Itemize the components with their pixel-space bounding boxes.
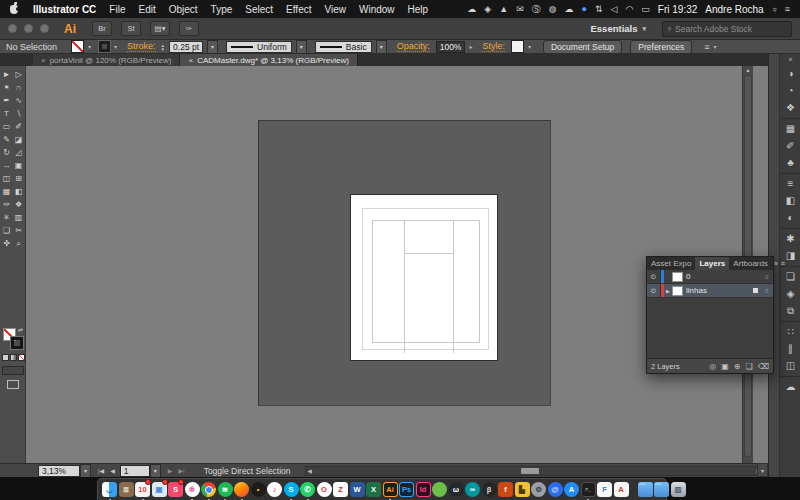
visibility-eye-icon[interactable]: ⊙ xyxy=(647,284,661,297)
dock-photoshop[interactable]: Ps xyxy=(399,479,414,500)
wifi-icon[interactable]: ◠ xyxy=(625,0,633,18)
notification-center-icon[interactable]: ≡ xyxy=(785,0,790,18)
color-panel-icon[interactable]: ◑ xyxy=(787,69,793,79)
transparency-panel-icon[interactable]: ◐ xyxy=(787,213,793,223)
style-dropdown-icon[interactable]: ▾ xyxy=(528,43,531,50)
swap-fill-stroke-icon[interactable]: ⇄ xyxy=(18,326,23,333)
stroke-panel-link[interactable]: Stroke: xyxy=(127,41,156,52)
delete-layer-icon[interactable]: ⌫ xyxy=(758,362,769,371)
rotate-tool[interactable]: ↻ xyxy=(1,146,13,159)
mesh-tool[interactable]: ▦ xyxy=(1,185,13,198)
panel-menu-icon[interactable]: ≡ xyxy=(780,257,788,270)
dock-illustrator[interactable]: Ai xyxy=(383,479,398,500)
shape-builder-tool[interactable]: ◫ xyxy=(1,172,13,185)
layers-panel-icon[interactable]: ◈ xyxy=(787,289,795,299)
panel-collapse-icon[interactable]: » xyxy=(772,257,780,270)
dock-zotero[interactable]: Z xyxy=(333,479,348,500)
line-segment-tool[interactable]: ∖ xyxy=(13,107,25,120)
scroll-up-icon[interactable]: ▴ xyxy=(743,66,753,74)
dock-photos-album[interactable]: ▣ xyxy=(152,479,167,500)
curvature-tool[interactable]: ∿ xyxy=(13,94,25,107)
menu-view[interactable]: View xyxy=(324,4,346,15)
dock-autocad[interactable]: A xyxy=(614,479,629,500)
first-artboard-button[interactable]: |◀ xyxy=(98,467,104,474)
new-sublayer-icon[interactable]: ⊕ xyxy=(734,362,741,371)
cloud2-icon[interactable]: ☁ xyxy=(565,0,574,18)
stroke-indicator[interactable] xyxy=(11,337,23,349)
preferences-button[interactable]: Preferences xyxy=(630,40,692,54)
stroke-dropdown-icon[interactable]: ▾ xyxy=(114,43,117,50)
cad-drawing-page[interactable] xyxy=(350,194,498,361)
dock-whatsapp[interactable]: ✆ xyxy=(300,479,315,500)
dock-calendar[interactable]: 10 xyxy=(135,479,150,500)
symbols-panel-icon[interactable]: ♣ xyxy=(787,158,794,168)
volume-icon[interactable]: ◁ xyxy=(611,0,618,18)
gradient-panel-icon[interactable]: ◧ xyxy=(786,196,795,206)
symbol-sprayer-tool[interactable]: ✳ xyxy=(1,211,13,224)
opacity-panel-link[interactable]: Opacity: xyxy=(397,41,430,52)
dock-folder-downloads[interactable] xyxy=(654,479,669,500)
document-tab-1[interactable]: ×portaVinil @ 120% (RGB/Preview) xyxy=(33,54,180,66)
adobe-stock-icon[interactable]: St xyxy=(121,21,141,36)
apple-menu-icon[interactable] xyxy=(10,5,18,14)
document-setup-button[interactable]: Document Setup xyxy=(543,40,622,54)
menu-type[interactable]: Type xyxy=(211,4,233,15)
menu-select[interactable]: Select xyxy=(245,4,273,15)
dock-firefox[interactable] xyxy=(234,479,249,500)
last-artboard-button[interactable]: ▶| xyxy=(178,467,184,474)
dock-chrome[interactable] xyxy=(201,479,216,500)
fill-color-swatch[interactable] xyxy=(71,40,84,53)
maximize-window-button[interactable] xyxy=(40,24,49,33)
clipping-mask-icon[interactable]: ▣ xyxy=(721,362,729,371)
target-circle-icon[interactable]: ○ xyxy=(760,273,773,280)
workspace-switcher[interactable]: Essentials ▾ xyxy=(590,23,650,34)
stroke-color-swatch[interactable] xyxy=(99,41,110,52)
selection-tool[interactable]: ► xyxy=(1,68,13,81)
brush-dropdown[interactable]: ▾ xyxy=(376,40,387,54)
dock-appstore[interactable]: A xyxy=(564,479,579,500)
dock-arduino[interactable]: ∞ xyxy=(465,479,480,500)
skype-status-icon[interactable]: Ⓢ xyxy=(532,0,541,18)
fill-dropdown-icon[interactable]: ▾ xyxy=(88,43,91,50)
type-tool[interactable]: T xyxy=(1,107,13,120)
dock-green-app[interactable] xyxy=(432,479,447,500)
eraser-tool[interactable]: ◪ xyxy=(13,133,25,146)
updown-arrows-icon[interactable]: ⇅ xyxy=(595,0,603,18)
bridge-icon[interactable]: Br xyxy=(92,21,112,36)
dock-blue-app[interactable]: @ xyxy=(548,479,563,500)
dock-spotify[interactable]: ≋ xyxy=(218,479,233,500)
dock-folder-applications[interactable] xyxy=(638,479,653,500)
stroke-weight-stepper[interactable]: ▴ ▾ xyxy=(162,43,165,51)
dock-word[interactable]: W xyxy=(350,479,365,500)
drive-triangle-icon[interactable]: ▲ xyxy=(499,0,508,18)
width-tool[interactable]: ↔ xyxy=(1,159,13,172)
opacity-field[interactable]: 100% xyxy=(436,41,466,53)
pathfinder-panel-icon[interactable]: ◫ xyxy=(786,361,795,371)
artboard-dropdown[interactable]: ▾ xyxy=(150,464,161,478)
free-transform-tool[interactable]: ▣ xyxy=(13,159,25,172)
dock-opera[interactable]: O xyxy=(317,479,332,500)
paintbrush-tool[interactable]: ✐ xyxy=(13,120,25,133)
eyedropper-tool[interactable]: ✑ xyxy=(1,198,13,211)
magic-wand-tool[interactable]: ✶ xyxy=(1,81,13,94)
direct-selection-tool[interactable]: ▷ xyxy=(13,68,25,81)
transform-panel-icon[interactable]: ∷ xyxy=(787,327,793,337)
align-panel-icon[interactable]: ∥ xyxy=(788,344,793,354)
menu-object[interactable]: Object xyxy=(169,4,198,15)
dock-processing[interactable]: β xyxy=(482,479,497,500)
cloud-sync-icon[interactable]: ☁ xyxy=(467,0,476,18)
spotlight-search-icon[interactable]: ⌕ xyxy=(766,1,782,17)
artboard-tool[interactable]: ❏ xyxy=(1,224,13,237)
brushes-panel-icon[interactable]: ✐ xyxy=(786,141,794,151)
document-tab-2[interactable]: ×CADMaster.dwg* @ 3,13% (RGB/Preview) xyxy=(180,54,357,66)
dock-photos[interactable]: ✻ xyxy=(185,479,200,500)
appearance-panel-icon[interactable]: ✱ xyxy=(786,234,794,244)
horizontal-scrollbar[interactable]: ◀ ▶ xyxy=(305,466,764,476)
asset-export-panel-icon[interactable]: ⧉ xyxy=(787,306,794,316)
shield-app-icon[interactable]: ◈ xyxy=(484,0,491,18)
horizontal-scroll-thumb[interactable] xyxy=(521,468,539,474)
screen-mode-button[interactable] xyxy=(7,380,19,389)
color-mode-button[interactable] xyxy=(2,354,9,361)
globe-app-icon[interactable]: ◍ xyxy=(549,0,557,18)
style-panel-link[interactable]: Style: xyxy=(482,41,505,52)
